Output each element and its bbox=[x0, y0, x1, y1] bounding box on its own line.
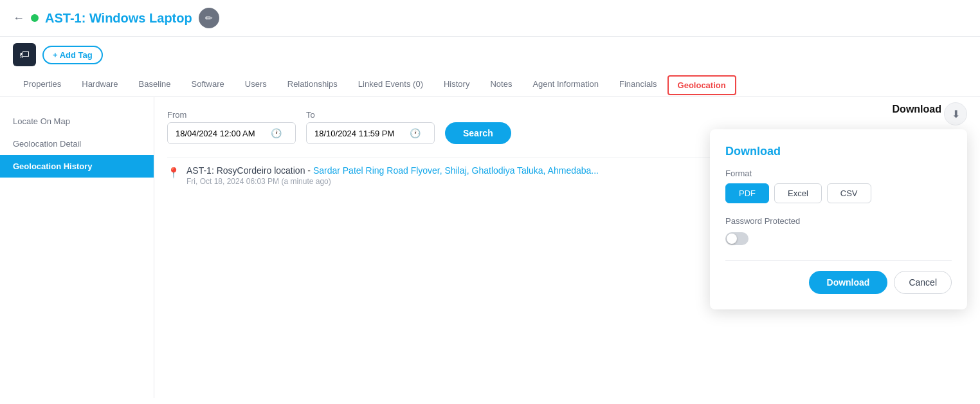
sidebar-item-locate-on-map[interactable]: Locate On Map bbox=[0, 110, 154, 133]
popup-cancel-button[interactable]: Cancel bbox=[894, 271, 952, 294]
tab-hardware[interactable]: Hardware bbox=[71, 73, 128, 96]
to-date-wrap: To 🕐 bbox=[306, 110, 435, 144]
location-timestamp: Fri, Oct 18, 2024 06:03 PM (a minute ago… bbox=[186, 177, 599, 186]
tab-agent-information[interactable]: Agent Information bbox=[522, 73, 609, 96]
tab-notes[interactable]: Notes bbox=[480, 73, 522, 96]
top-bar: ← AST-1: Windows Laptop ✏ bbox=[0, 0, 980, 37]
tag-bar: 🏷 + Add Tag bbox=[0, 37, 980, 73]
add-tag-button[interactable]: + Add Tag bbox=[42, 46, 103, 64]
tag-icon-button[interactable]: 🏷 bbox=[13, 43, 36, 66]
from-date-input-container: 🕐 bbox=[167, 122, 296, 144]
tab-software[interactable]: Software bbox=[181, 73, 234, 96]
location-pin-icon: 📍 bbox=[167, 167, 180, 186]
navigation-tabs: Properties Hardware Baseline Software Us… bbox=[0, 73, 980, 97]
to-label: To bbox=[306, 110, 435, 120]
tab-linked-events[interactable]: Linked Events (0) bbox=[348, 73, 433, 96]
main-content: Locate On Map Geolocation Detail Geoloca… bbox=[0, 97, 980, 398]
from-date-wrap: From 🕐 bbox=[167, 110, 296, 144]
location-text: AST-1: RosyCordeiro location - Sardar Pa… bbox=[186, 165, 599, 176]
format-csv-button[interactable]: CSV bbox=[827, 183, 871, 203]
location-address: Sardar Patel Ring Road Flyover, Shilaj, … bbox=[313, 165, 599, 176]
sidebar: Locate On Map Geolocation Detail Geoloca… bbox=[0, 97, 154, 398]
download-popup: Download Format PDF Excel CSV Password P… bbox=[710, 129, 967, 309]
from-label: From bbox=[167, 110, 296, 120]
back-button[interactable]: ← bbox=[13, 12, 24, 25]
search-button[interactable]: Search bbox=[445, 122, 511, 144]
tab-history[interactable]: History bbox=[433, 73, 480, 96]
page-title: AST-1: Windows Laptop bbox=[45, 11, 192, 26]
tab-financials[interactable]: Financials bbox=[609, 73, 667, 96]
tab-properties[interactable]: Properties bbox=[13, 73, 71, 96]
edit-icon: ✏ bbox=[205, 13, 213, 23]
password-toggle[interactable] bbox=[725, 232, 749, 245]
location-details: AST-1: RosyCordeiro location - Sardar Pa… bbox=[186, 165, 599, 186]
download-header-label: Download bbox=[893, 104, 941, 115]
to-date-input[interactable] bbox=[314, 129, 404, 138]
format-label: Format bbox=[725, 169, 952, 178]
popup-actions: Download Cancel bbox=[725, 271, 952, 294]
tab-baseline[interactable]: Baseline bbox=[129, 73, 181, 96]
clock-icon-to: 🕐 bbox=[410, 128, 421, 138]
from-date-input[interactable] bbox=[176, 129, 266, 138]
to-date-input-container: 🕐 bbox=[306, 122, 435, 144]
tab-geolocation[interactable]: Geolocation bbox=[667, 75, 736, 95]
format-excel-button[interactable]: Excel bbox=[774, 183, 822, 203]
content-area: Download ⬇ ↙ From 🕐 To 🕐 Search bbox=[154, 97, 980, 398]
clock-icon-from: 🕐 bbox=[271, 128, 282, 138]
format-row: PDF Excel CSV bbox=[725, 183, 952, 203]
sidebar-item-geolocation-detail[interactable]: Geolocation Detail bbox=[0, 133, 154, 155]
tab-users[interactable]: Users bbox=[235, 73, 277, 96]
edit-button[interactable]: ✏ bbox=[199, 8, 219, 28]
password-protected-label: Password Protected bbox=[725, 216, 952, 226]
popup-title: Download bbox=[725, 145, 952, 158]
download-icon-button[interactable]: ⬇ bbox=[944, 102, 967, 125]
status-indicator bbox=[31, 14, 39, 22]
popup-download-button[interactable]: Download bbox=[809, 271, 888, 294]
tab-relationships[interactable]: Relationships bbox=[277, 73, 348, 96]
format-pdf-button[interactable]: PDF bbox=[725, 183, 769, 203]
location-title: AST-1: RosyCordeiro location bbox=[186, 165, 305, 176]
sidebar-item-geolocation-history[interactable]: Geolocation History bbox=[0, 155, 154, 178]
popup-divider bbox=[725, 260, 952, 261]
password-toggle-wrap bbox=[725, 232, 952, 247]
location-separator: - bbox=[307, 165, 313, 176]
download-icon: ⬇ bbox=[952, 108, 960, 120]
tag-icon: 🏷 bbox=[19, 49, 30, 60]
